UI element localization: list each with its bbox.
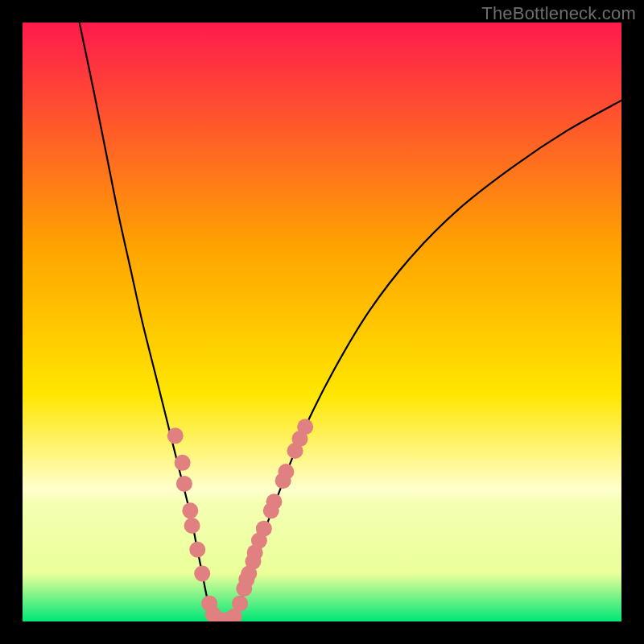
data-marker [194, 565, 210, 581]
plot-area [23, 23, 621, 621]
data-marker [266, 493, 282, 510]
watermark-text: TheBottleneck.com [481, 3, 636, 24]
data-marker [256, 521, 272, 537]
data-marker [232, 596, 248, 612]
gradient-bg [23, 23, 621, 621]
data-marker [176, 476, 192, 492]
chart-frame: TheBottleneck.com [0, 0, 644, 644]
data-marker [175, 455, 191, 471]
data-marker [184, 518, 200, 534]
data-marker [278, 464, 294, 480]
data-marker [297, 419, 313, 435]
data-marker [182, 502, 198, 518]
plot-svg [23, 23, 621, 621]
data-marker [189, 542, 205, 558]
data-marker [167, 427, 184, 444]
